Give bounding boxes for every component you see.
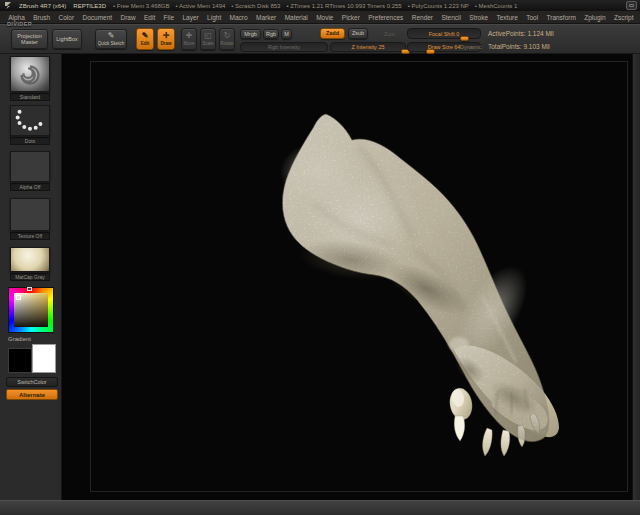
menu-item[interactable]: Preferences xyxy=(364,14,407,21)
memory-stats: • Free Mem 3.468GB• Active Mem 1494• Scr… xyxy=(113,3,517,9)
texture-name-label: Texture Off xyxy=(10,232,50,240)
quick-sketch-button[interactable]: ✎ Quick Sketch xyxy=(95,29,127,49)
brush-name-label: Standard xyxy=(10,93,50,101)
menu-bar: AlphaBrushColorDocumentDrawEditFileLayer… xyxy=(0,11,640,24)
scale-mode-button[interactable]: ◱ Scale xyxy=(200,28,216,50)
menu-item[interactable]: File xyxy=(159,14,178,21)
switch-color-button[interactable]: SwitchColor xyxy=(6,377,58,387)
material-name-label: MatCap Gray xyxy=(10,273,50,281)
hue-cursor xyxy=(27,287,32,291)
total-points-readout: TotalPoints: 9.103 Mil xyxy=(488,43,550,50)
brush-spiral-icon xyxy=(11,57,49,91)
stat-item: • MeshCounts 1 xyxy=(475,3,517,9)
menu-item[interactable]: Alpha xyxy=(4,14,29,21)
focal-shift-slider[interactable]: Focal Shift 0 xyxy=(407,28,481,39)
zsub-button[interactable]: Zsub xyxy=(348,28,368,39)
m-button[interactable]: M xyxy=(281,29,292,39)
dots-stroke-icon xyxy=(11,106,49,135)
stat-item: • Scratch Disk 853 xyxy=(231,3,280,9)
custom-menu-label: DIVIDER xyxy=(7,21,32,27)
zadd-button[interactable]: Zadd xyxy=(320,28,345,39)
menu-item[interactable]: Macro xyxy=(225,14,251,21)
menu-item[interactable]: Texture xyxy=(492,14,522,21)
stat-item: • PolyCounts 1.223 NP xyxy=(408,3,469,9)
document-canvas[interactable] xyxy=(62,54,632,500)
menu-item[interactable]: Movie xyxy=(312,14,338,21)
color-picker[interactable] xyxy=(8,287,54,333)
menu-item[interactable]: Render xyxy=(408,14,438,21)
menu-item[interactable]: Light xyxy=(203,14,225,21)
z-intensity-slider[interactable]: Z Intensity 25 xyxy=(330,42,406,52)
rotate-icon: ↻ xyxy=(224,32,231,40)
color-swatches xyxy=(8,344,56,373)
menu-item[interactable]: Stroke xyxy=(465,14,492,21)
menu-item[interactable]: Picker xyxy=(338,14,364,21)
secondary-color-swatch[interactable] xyxy=(32,344,56,373)
main-color-swatch[interactable] xyxy=(8,348,32,373)
zbrush-logo-icon xyxy=(4,1,12,10)
edit-icon: ✎ xyxy=(142,32,149,40)
move-icon: ✚ xyxy=(186,32,193,40)
menu-item[interactable]: Draw xyxy=(116,14,140,21)
bottom-bar xyxy=(0,500,640,515)
right-tray-divider[interactable] xyxy=(632,54,640,500)
dynamic-toggle[interactable]: Dynamic xyxy=(460,44,481,50)
title-bar: ZBrush 4R7 (x64) REPTILE3D • Free Mem 3.… xyxy=(0,0,640,11)
mrgb-button[interactable]: Mrgb xyxy=(240,29,261,39)
menu-item[interactable]: Edit xyxy=(140,14,160,21)
color-cursor xyxy=(16,295,21,300)
stat-item: • Active Mem 1494 xyxy=(176,3,226,9)
active-points-readout: ActivePoints: 1.124 Mil xyxy=(488,30,554,37)
menu-item[interactable]: Material xyxy=(280,14,312,21)
menu-item[interactable]: Zscript xyxy=(610,14,638,21)
stat-item: • ZTimes 1.21 RTimes 10.993 Timers 0.255 xyxy=(286,3,401,9)
edit-mode-button[interactable]: ✎ Edit xyxy=(136,28,154,50)
stat-item: • Free Mem 3.468GB xyxy=(113,3,169,9)
lightbox-button[interactable]: LightBox xyxy=(52,29,82,49)
quick-sketch-icon: ✎ xyxy=(108,32,115,40)
menu-item[interactable]: Transform xyxy=(542,14,580,21)
left-tray: Standard Dots Alpha Off Texture Off MatC… xyxy=(0,54,62,500)
alpha-name-label: Alpha Off xyxy=(10,183,50,191)
menu-item[interactable]: Color xyxy=(54,14,78,21)
texture-selector[interactable] xyxy=(10,198,50,231)
rotate-mode-button[interactable]: ↻ Rotate xyxy=(219,28,235,50)
top-shelf-toolbar: Projection Master LightBox ✎ Quick Sketc… xyxy=(0,24,640,54)
menu-item[interactable]: Document xyxy=(78,14,116,21)
alpha-selector[interactable] xyxy=(10,151,50,182)
menu-item[interactable]: Marker xyxy=(252,14,281,21)
focal-shift-thumb[interactable] xyxy=(460,36,469,41)
zcut-button[interactable]: Zcut xyxy=(384,31,395,37)
menu-item[interactable]: Stencil xyxy=(437,14,465,21)
menu-item[interactable]: Tool xyxy=(522,14,542,21)
menu-item[interactable]: Brush xyxy=(29,14,54,21)
stroke-name-label: Dots xyxy=(10,137,50,145)
document-title: REPTILE3D xyxy=(73,3,106,9)
sculpt-model xyxy=(62,54,632,500)
rgb-button[interactable]: Rgb xyxy=(263,29,279,39)
scale-icon: ◱ xyxy=(204,32,212,40)
brush-selector[interactable] xyxy=(10,56,50,92)
gradient-label: Gradient xyxy=(8,336,61,342)
material-selector[interactable] xyxy=(10,247,50,272)
app-title: ZBrush 4R7 (x64) xyxy=(19,3,66,9)
draw-mode-button[interactable]: ✛ Draw xyxy=(157,28,175,50)
menu-item[interactable]: Layer xyxy=(178,14,203,21)
stroke-selector[interactable] xyxy=(10,105,50,136)
alternate-button[interactable]: Alternate xyxy=(6,389,58,400)
titlebar-corner-icon[interactable] xyxy=(626,1,637,10)
move-mode-button[interactable]: ✚ Move xyxy=(181,28,197,50)
rgb-intensity-slider[interactable]: Rgb Intensity xyxy=(240,42,328,52)
draw-icon: ✛ xyxy=(163,32,170,40)
projection-master-button[interactable]: Projection Master xyxy=(11,29,48,49)
menu-item[interactable]: Zplugin xyxy=(580,14,610,21)
